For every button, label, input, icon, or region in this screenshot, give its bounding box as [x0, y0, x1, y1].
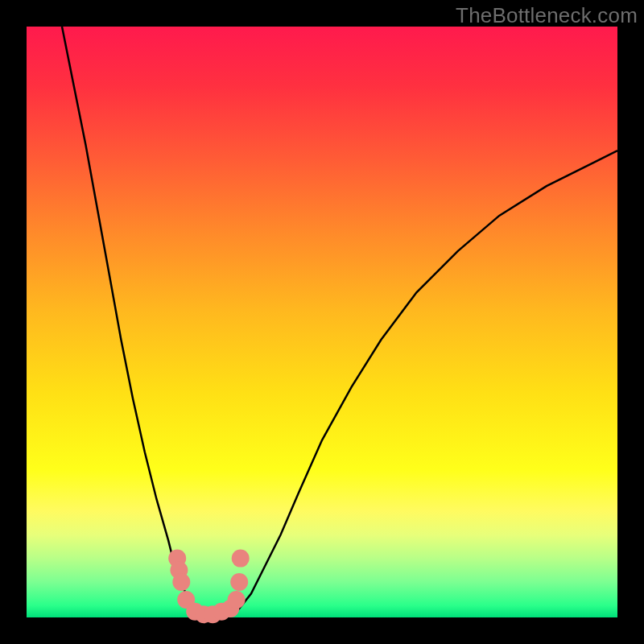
watermark-text: TheBottleneck.com — [456, 3, 638, 28]
curve-right — [233, 151, 617, 614]
highlight-markers — [168, 550, 250, 624]
curve-layer — [27, 27, 617, 617]
chart-stage: TheBottleneck.com — [0, 0, 644, 644]
plot-area — [27, 27, 617, 617]
highlight-dot — [172, 573, 190, 591]
highlight-dot — [232, 550, 250, 568]
highlight-dot — [230, 573, 248, 591]
highlight-dot — [228, 591, 246, 609]
curve-left — [62, 27, 201, 614]
